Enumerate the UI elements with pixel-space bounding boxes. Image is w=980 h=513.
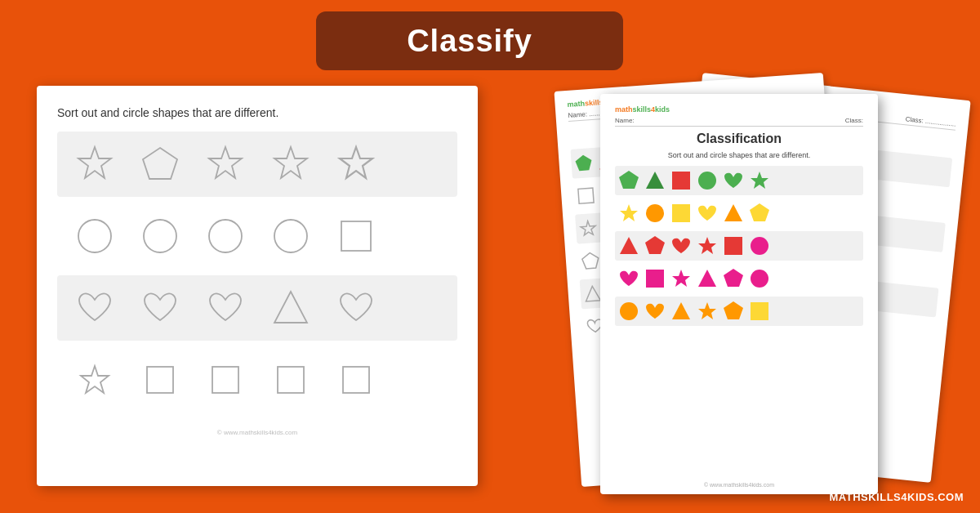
svg-rect-14 [278,367,304,393]
triangle-shape-1 [270,287,312,329]
shape-row-1 [57,132,457,197]
svg-rect-15 [343,367,369,393]
svg-point-63 [646,204,664,222]
svg-marker-2 [209,147,242,178]
front-worksheet: mathskills4kids Name: Class: Classificat… [600,94,878,494]
svg-rect-35 [578,188,594,203]
front-ws-footer: © www.mathskills4kids.com [600,482,878,488]
svg-point-7 [209,220,242,252]
svg-marker-52 [585,286,600,301]
star-shape-3 [270,143,312,185]
title-banner: Classify [316,11,623,70]
front-row-4 [615,264,863,293]
star-shape-2 [204,143,247,185]
shape-row-4 [57,347,457,413]
square-shape-5 [335,359,377,401]
circle-shape-1 [74,215,116,257]
svg-rect-13 [212,367,238,393]
front-row-5 [615,297,863,326]
svg-point-8 [274,220,307,252]
front-ws-title: Classification [615,132,863,146]
site-branding: MATHSKILLS4KIDS.COM [829,491,964,503]
svg-point-60 [698,172,716,190]
front-ws-instruction: Sort out and circle shapes that are diff… [615,151,863,159]
svg-marker-41 [581,221,596,235]
svg-point-6 [144,220,176,252]
left-worksheet: Sort out and circle shapes that are diff… [37,86,478,486]
svg-marker-58 [646,172,664,189]
svg-marker-69 [698,237,716,254]
shape-row-3 [57,275,457,341]
svg-rect-12 [147,367,173,393]
svg-marker-11 [81,366,109,393]
back-ws-class: Class: ................. [905,115,956,127]
svg-marker-79 [698,302,716,319]
front-ws-class: Class: [845,117,863,124]
left-ws-footer: © www.mathskills4kids.com [57,429,457,436]
heart-shape-3 [204,287,247,329]
svg-point-71 [751,237,768,255]
square-shape-3 [204,359,247,401]
front-row-3 [615,231,863,261]
front-ws-header: Name: Class: [615,117,863,127]
svg-rect-9 [341,221,371,251]
svg-marker-65 [724,204,742,221]
svg-marker-61 [751,172,768,189]
front-row-2 [615,199,863,228]
worksheets-stack: mathskills4kids Name: ................. … [519,78,960,494]
circle-shape-2 [139,215,181,257]
svg-marker-3 [274,147,307,178]
svg-rect-64 [672,204,690,222]
circle-shape-4 [270,215,312,257]
pentagon-shape [139,143,181,185]
star-shape-1 [74,143,116,185]
star-shape-4 [335,143,377,185]
svg-marker-57 [619,171,639,189]
svg-marker-74 [698,270,716,287]
svg-point-5 [78,220,111,252]
svg-rect-59 [672,172,690,190]
svg-marker-62 [620,204,638,221]
svg-marker-73 [672,270,690,287]
star-shape-small [74,359,116,401]
circle-shape-3 [204,215,247,257]
heart-shape-1 [74,287,116,329]
front-ws-logo: mathskills4kids [615,105,863,114]
worksheet-instruction: Sort out and circle shapes that are diff… [57,106,457,119]
svg-marker-0 [78,147,111,178]
svg-marker-68 [645,236,665,254]
svg-marker-66 [750,203,769,221]
svg-marker-67 [620,237,638,254]
svg-point-76 [751,270,768,288]
svg-marker-80 [724,301,743,319]
svg-point-77 [620,302,638,320]
square-shape-4 [270,359,312,401]
square-shape-2 [139,359,181,401]
front-row-1 [615,166,863,195]
svg-rect-70 [724,237,742,255]
svg-marker-1 [143,148,177,179]
svg-marker-10 [274,292,307,323]
square-shape-1 [335,215,377,257]
svg-marker-30 [575,154,592,171]
svg-marker-47 [581,252,599,269]
svg-marker-78 [672,302,690,319]
heart-shape-2 [139,287,181,329]
heart-shape-4 [335,287,377,329]
shape-row-2 [57,203,457,269]
front-ws-name: Name: [615,117,635,124]
svg-rect-81 [751,302,768,320]
svg-marker-75 [724,269,743,287]
svg-rect-72 [646,270,664,288]
svg-marker-4 [340,147,372,178]
page-title: Classify [407,24,532,59]
